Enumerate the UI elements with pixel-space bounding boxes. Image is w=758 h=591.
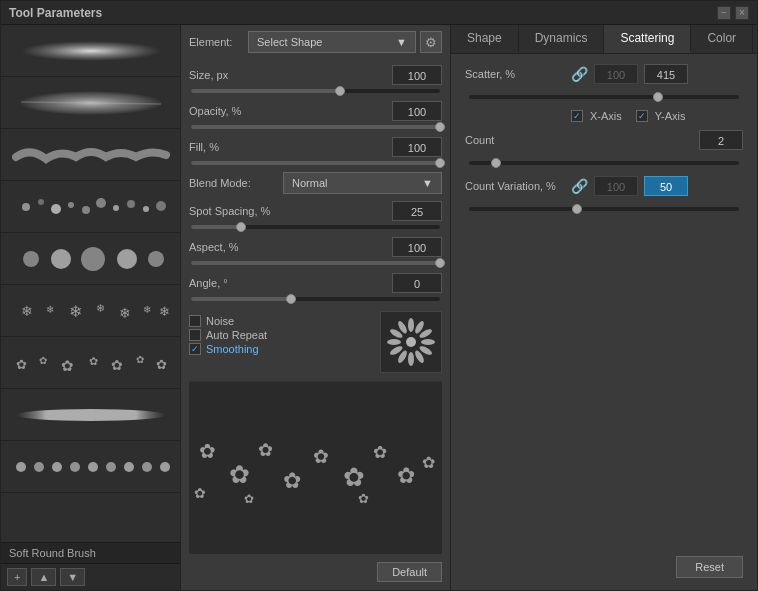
spot-spacing-slider[interactable] bbox=[189, 225, 442, 229]
scatter-slider-container[interactable] bbox=[465, 92, 743, 102]
brush-item-9[interactable] bbox=[1, 441, 180, 493]
svg-point-4 bbox=[38, 199, 44, 205]
blend-dropdown[interactable]: Normal ▼ bbox=[283, 172, 442, 194]
svg-point-40 bbox=[142, 462, 152, 472]
brush-item-4[interactable] bbox=[1, 181, 180, 233]
default-button[interactable]: Default bbox=[377, 562, 442, 582]
bottom-preview: ✿ ✿ ✿ ✿ ✿ ✿ ✿ ✿ ✿ ✿ ✿ ✿ bbox=[189, 381, 442, 554]
smoothing-label: Smoothing bbox=[206, 343, 259, 355]
svg-text:✿: ✿ bbox=[343, 463, 365, 491]
element-row: Element: Select Shape ▼ ⚙ bbox=[189, 31, 442, 53]
svg-text:✿: ✿ bbox=[229, 461, 250, 488]
svg-point-52 bbox=[387, 339, 401, 345]
tab-shape[interactable]: Shape bbox=[451, 25, 519, 53]
auto-repeat-row: Auto Repeat bbox=[189, 329, 267, 341]
fill-value[interactable]: 100 bbox=[392, 137, 442, 157]
blend-label: Blend Mode: bbox=[189, 177, 279, 189]
move-down-button[interactable]: ▼ bbox=[60, 568, 85, 586]
minimize-button[interactable]: − bbox=[717, 6, 731, 20]
opacity-label: Opacity, % bbox=[189, 105, 279, 117]
tab-dynamics[interactable]: Dynamics bbox=[519, 25, 605, 53]
angle-slider[interactable] bbox=[189, 297, 442, 301]
brush-item-8[interactable] bbox=[1, 389, 180, 441]
count-slider-container[interactable] bbox=[465, 158, 743, 168]
svg-point-34 bbox=[34, 462, 44, 472]
blend-value: Normal bbox=[292, 177, 327, 189]
x-axis-label: X-Axis bbox=[590, 110, 622, 122]
cv-highlight-value[interactable]: 50 bbox=[644, 176, 688, 196]
tab-color[interactable]: Color bbox=[691, 25, 753, 53]
opacity-slider[interactable] bbox=[189, 125, 442, 129]
svg-point-6 bbox=[68, 202, 74, 208]
tab-scattering[interactable]: Scattering bbox=[604, 25, 691, 53]
svg-text:❄: ❄ bbox=[96, 302, 105, 314]
fill-label: Fill, % bbox=[189, 141, 279, 153]
brush-list-spacer bbox=[1, 493, 180, 542]
opacity-param-row: Opacity, % 100 bbox=[189, 99, 442, 123]
svg-point-41 bbox=[160, 462, 170, 472]
x-axis-checkbox[interactable] bbox=[571, 110, 583, 122]
aspect-value[interactable]: 100 bbox=[392, 237, 442, 257]
svg-point-36 bbox=[70, 462, 80, 472]
smoothing-checkbox[interactable] bbox=[189, 343, 201, 355]
angle-value[interactable]: 0 bbox=[392, 273, 442, 293]
svg-point-3 bbox=[22, 203, 30, 211]
svg-point-43 bbox=[408, 318, 414, 332]
svg-text:❄: ❄ bbox=[119, 305, 131, 321]
opacity-value[interactable]: 100 bbox=[392, 101, 442, 121]
svg-point-12 bbox=[156, 201, 166, 211]
svg-text:✿: ✿ bbox=[283, 468, 301, 493]
svg-point-46 bbox=[421, 339, 435, 345]
brush-item-1[interactable] bbox=[1, 25, 180, 77]
svg-point-39 bbox=[124, 462, 134, 472]
gear-button[interactable]: ⚙ bbox=[420, 31, 442, 53]
size-label: Size, px bbox=[189, 69, 279, 81]
svg-point-11 bbox=[143, 206, 149, 212]
cv-link-icon[interactable]: 🔗 bbox=[571, 178, 588, 194]
move-up-button[interactable]: ▲ bbox=[31, 568, 56, 586]
brush-name-bar: Soft Round Brush bbox=[1, 542, 180, 563]
reset-button[interactable]: Reset bbox=[676, 556, 743, 578]
default-btn-row: Default bbox=[189, 558, 442, 584]
noise-label: Noise bbox=[206, 315, 234, 327]
svg-point-10 bbox=[127, 200, 135, 208]
add-brush-button[interactable]: + bbox=[7, 568, 27, 586]
noise-checkbox[interactable] bbox=[189, 315, 201, 327]
axes-row: X-Axis Y-Axis bbox=[571, 110, 743, 122]
scatter-value[interactable]: 415 bbox=[644, 64, 688, 84]
brush-item-3[interactable] bbox=[1, 129, 180, 181]
count-row: Count 2 bbox=[465, 130, 743, 150]
count-value[interactable]: 2 bbox=[699, 130, 743, 150]
fill-slider[interactable] bbox=[189, 161, 442, 165]
close-button[interactable]: × bbox=[735, 6, 749, 20]
svg-text:✿: ✿ bbox=[258, 440, 273, 460]
y-axis-checkbox[interactable] bbox=[636, 110, 648, 122]
element-dropdown[interactable]: Select Shape ▼ bbox=[248, 31, 416, 53]
svg-point-42 bbox=[406, 337, 416, 347]
svg-point-9 bbox=[113, 205, 119, 211]
title-bar-buttons: − × bbox=[717, 6, 749, 20]
svg-text:✿: ✿ bbox=[313, 446, 329, 467]
spot-spacing-value[interactable]: 25 bbox=[392, 201, 442, 221]
spot-spacing-param-row: Spot Spacing, % 25 bbox=[189, 199, 442, 223]
svg-point-0 bbox=[21, 41, 161, 61]
brush-item-7[interactable]: ✿ ✿ ✿ ✿ ✿ ✿ ✿ bbox=[1, 337, 180, 389]
auto-repeat-checkbox[interactable] bbox=[189, 329, 201, 341]
blend-dropdown-arrow-icon: ▼ bbox=[422, 177, 433, 189]
size-value[interactable]: 100 bbox=[392, 65, 442, 85]
cv-slider-container[interactable] bbox=[465, 204, 743, 214]
tabs-row: Shape Dynamics Scattering Color bbox=[451, 25, 757, 54]
brush-item-2[interactable] bbox=[1, 77, 180, 129]
svg-text:✿: ✿ bbox=[111, 357, 123, 373]
y-axis-checkbox-row: Y-Axis bbox=[636, 110, 686, 122]
svg-point-37 bbox=[88, 462, 98, 472]
svg-text:✿: ✿ bbox=[358, 491, 369, 506]
aspect-slider[interactable] bbox=[189, 261, 442, 265]
size-slider[interactable] bbox=[189, 89, 442, 93]
svg-text:✿: ✿ bbox=[16, 357, 27, 372]
brush-item-5[interactable] bbox=[1, 233, 180, 285]
scatter-link-icon[interactable]: 🔗 bbox=[571, 66, 588, 82]
opacity-param-group: Opacity, % 100 bbox=[189, 99, 442, 131]
brush-item-6[interactable]: ❄ ❄ ❄ ❄ ❄ ❄ ❄ bbox=[1, 285, 180, 337]
scatter-disabled-value: 100 bbox=[594, 64, 638, 84]
